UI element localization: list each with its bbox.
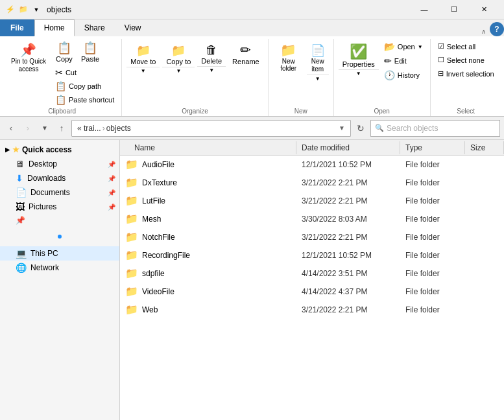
copy-to-icon: 📁 [171,43,186,58]
open-label: Open [374,106,389,116]
table-row[interactable]: 📁 NotchFile 3/21/2022 2:21 PM File folde… [120,228,504,246]
file-name: RecordingFile [142,251,190,260]
copy-button[interactable]: 📋 Copy [52,40,77,65]
sidebar-item-pictures[interactable]: 🖼 Pictures 📌 [0,200,119,214]
edit-button[interactable]: ✏ Edit [381,54,426,67]
table-row[interactable]: 📁 Web 3/21/2022 2:21 PM File folder [120,301,504,319]
paste-button[interactable]: 📋 Paste [78,40,102,65]
col-header-name[interactable]: Name [129,141,296,154]
file-name-cell: 📁 NotchFile [120,229,296,244]
new-folder-label: Newfolder [280,58,296,72]
col-header-type[interactable]: Type [400,141,465,154]
sidebar-item-desktop[interactable]: 🖥 Desktop 📌 [0,157,119,171]
file-size-cell [465,200,504,202]
folder-icon: 📁 [125,158,138,170]
open-small-group: 📂 Open ▼ ✏ Edit 🕐 History [381,40,426,82]
move-to-icon: 📁 [136,43,150,58]
folder-icon: 📁 [125,267,138,279]
new-item-main: 📄 Newitem [307,41,329,75]
move-to-arrow: ▼ [126,67,160,75]
folder-icon: 📁 [125,213,138,225]
search-box[interactable]: 🔍 Search objects [370,120,500,137]
forward-button[interactable]: › [21,121,35,135]
select-none-button[interactable]: ☐ Select none [435,54,498,66]
file-name: DxTexture [142,178,177,187]
cut-button[interactable]: ✂ Cut [52,66,117,79]
select-none-label: Select none [447,56,485,64]
quick-access-header[interactable]: ▶ ★ Quick access [0,143,119,157]
file-name: sdpfile [142,269,165,278]
recent-button[interactable]: ▼ [38,121,52,135]
open-button[interactable]: 📂 Open ▼ [381,40,426,53]
move-to-main: 📁 Move to [126,41,160,67]
ribbon-group-clipboard: 📌 Pin to Quickaccess 📋 Copy 📋 Paste [3,39,122,116]
table-row[interactable]: 📁 Mesh 3/30/2022 8:03 AM File folder [120,210,504,228]
window-controls[interactable]: — ☐ ✕ [409,0,499,19]
scroll-indicator [58,235,62,239]
copy-to-button[interactable]: 📁 Copy to ▼ [162,40,195,76]
file-date-cell: 4/14/2022 4:37 PM [296,286,400,298]
select-all-icon: ☑ [438,42,444,51]
back-button[interactable]: ‹ [4,121,18,135]
history-button[interactable]: 🕐 History [381,69,426,82]
organize-label: Organize [182,106,208,116]
invert-selection-button[interactable]: ⊟ Invert selection [435,67,498,80]
sidebar-item-downloads[interactable]: ⬇ Downloads 📌 [0,171,119,185]
title-bar: ⚡ 📁 ▼ objects — ☐ ✕ [0,0,504,19]
sidebar-item-extra[interactable]: 📌 [0,214,119,227]
copy-path-label: Copy path [69,82,101,90]
history-icon: 🕐 [384,71,395,80]
select-all-button[interactable]: ☑ Select all [435,40,498,52]
maximize-button[interactable]: ☐ [439,0,469,19]
minimize-button[interactable]: — [409,0,439,19]
table-row[interactable]: 📁 LutFile 3/21/2022 2:21 PM File folder [120,192,504,210]
table-row[interactable]: 📁 AudioFile 12/1/2021 10:52 PM File fold… [120,156,504,174]
open-label: Open [398,43,415,51]
copy-path-button[interactable]: 📋 Copy path [52,80,117,93]
quick-access-star-icon: ★ [12,145,19,154]
col-header-size[interactable]: Size [465,141,504,154]
sidebar: ▶ ★ Quick access 🖥 Desktop 📌 ⬇ Downloads… [0,140,120,420]
col-header-date[interactable]: Date modified [296,141,400,154]
close-button[interactable]: ✕ [469,0,499,19]
tab-home[interactable]: Home [34,19,75,36]
sidebar-item-documents[interactable]: 📄 Documents 📌 [0,185,119,200]
downloads-pin-icon: 📌 [108,175,115,182]
file-area: Name Date modified Type Size 📁 AudioFile… [120,140,504,420]
sidebar-item-network[interactable]: 🌐 Network [0,261,119,275]
copy-icon: 📋 [57,42,71,54]
ribbon-collapse-button[interactable]: ∧ [477,27,490,36]
table-row[interactable]: 📁 RecordingFile 12/1/2021 10:52 PM File … [120,246,504,264]
up-button[interactable]: ↑ [54,121,69,135]
copy-to-arrow: ▼ [162,67,195,75]
tab-file[interactable]: File [0,19,34,36]
pin-quick-access-button[interactable]: 📌 Pin to Quickaccess [6,40,51,76]
table-row[interactable]: 📁 DxTexture 3/21/2022 2:21 PM File folde… [120,174,504,192]
down-arrow-icon: ▼ [31,5,42,15]
delete-button[interactable]: 🗑 Delete ▼ [197,40,226,75]
refresh-button[interactable]: ↻ [354,121,368,135]
table-row[interactable]: 📁 sdpfile 4/14/2022 3:51 PM File folder [120,264,504,283]
path-dropdown-arrow[interactable]: ▼ [339,124,345,132]
documents-icon: 📄 [16,187,27,198]
move-to-button[interactable]: 📁 Move to ▼ [126,40,160,76]
downloads-label: Downloads [27,174,66,183]
file-type-cell: File folder [400,231,465,243]
file-name-cell: 📁 RecordingFile [120,248,296,262]
paste-icon: 📋 [83,42,97,54]
sidebar-spacer2 [0,241,119,246]
new-item-button[interactable]: 📄 Newitem ▼ [306,40,330,84]
table-row[interactable]: 📁 VideoFile 4/14/2022 4:37 PM File folde… [120,283,504,301]
properties-button[interactable]: ✅ Properties ▼ [338,40,379,78]
help-button[interactable]: ? [490,22,504,36]
paste-shortcut-button[interactable]: 📋 Paste shortcut [52,93,117,106]
file-type-cell: File folder [400,213,465,225]
rename-button[interactable]: ✏ Rename [228,40,264,69]
new-folder-button[interactable]: 📁 Newfolder [272,40,305,75]
tab-view[interactable]: View [115,19,151,36]
move-to-label: Move to [130,58,156,65]
address-path[interactable]: « trai... › objects ▼ [71,120,351,137]
file-size-cell [465,272,504,275]
tab-share[interactable]: Share [75,19,115,36]
sidebar-item-this-pc[interactable]: 💻 This PC [0,246,119,261]
